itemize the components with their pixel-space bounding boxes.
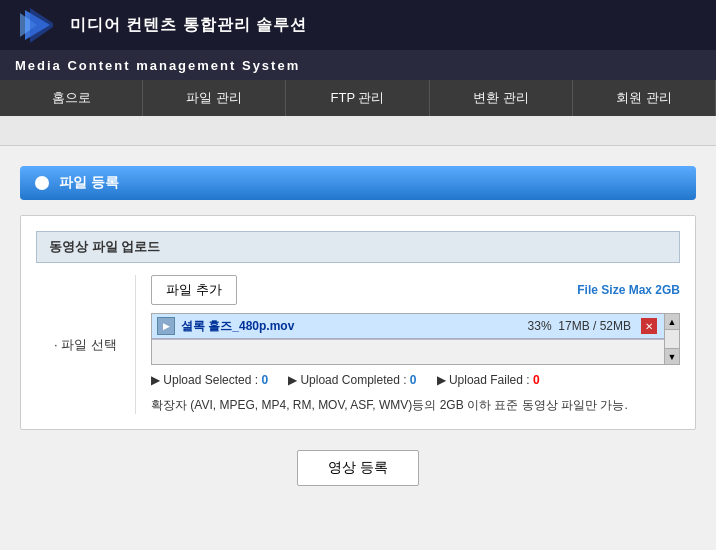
section-title-dot xyxy=(35,176,49,190)
file-select-label: · 파일 선택 xyxy=(36,275,136,414)
upload-box: 동영상 파일 업로드 · 파일 선택 파일 추가 File Size Max 2… xyxy=(20,215,696,430)
main-content: 파일 등록 동영상 파일 업로드 · 파일 선택 파일 추가 File Size… xyxy=(0,146,716,550)
header: 미디어 컨텐츠 통합관리 솔루션 xyxy=(0,0,716,50)
file-size-progress: 17MB / 52MB xyxy=(558,319,631,333)
upload-completed-label: Upload Completed : xyxy=(300,373,409,387)
svg-marker-2 xyxy=(30,8,53,43)
add-file-button[interactable]: 파일 추가 xyxy=(151,275,237,305)
sub-header: Media Content management System xyxy=(0,50,716,80)
submit-area: 영상 등록 xyxy=(20,450,696,486)
file-size-value: 2GB xyxy=(655,283,680,297)
upload-completed-value: 0 xyxy=(410,373,417,387)
file-item: ▶ 셜록 홀즈_480p.mov 33% 17MB / 52MB ✕ xyxy=(152,314,664,339)
breadcrumb-area xyxy=(0,116,716,146)
nav-item-convert[interactable]: 변환 관리 xyxy=(430,80,573,116)
upload-completed-stat: ▶ Upload Completed : 0 xyxy=(288,373,416,387)
scroll-track xyxy=(665,330,679,348)
upload-description: 확장자 (AVI, MPEG, MP4, RM, MOV, ASF, WMV)등… xyxy=(151,397,680,414)
file-size-label: File Size Max xyxy=(577,283,655,297)
arrow-completed-icon: ▶ xyxy=(288,373,297,387)
upload-selected-label: Upload Selected : xyxy=(163,373,261,387)
upload-stats: ▶ Upload Selected : 0 ▶ Upload Completed… xyxy=(151,373,680,387)
file-name: 셜록 홀즈_480p.mov xyxy=(181,318,528,335)
header-title: 미디어 컨텐츠 통합관리 솔루션 xyxy=(70,15,307,36)
nav-item-member[interactable]: 회원 관리 xyxy=(573,80,716,116)
file-list-wrapper: ▶ 셜록 홀즈_480p.mov 33% 17MB / 52MB ✕ ▲ xyxy=(151,313,680,365)
sub-header-title: Media Content management System xyxy=(15,58,300,73)
arrow-failed-icon: ▶ xyxy=(437,373,446,387)
navigation: 홈으로 파일 관리 FTP 관리 변환 관리 회원 관리 xyxy=(0,80,716,116)
file-size-info: File Size Max 2GB xyxy=(577,283,680,297)
upload-top-row: 파일 추가 File Size Max 2GB xyxy=(151,275,680,305)
file-type-icon: ▶ xyxy=(157,317,175,335)
upload-failed-label: Upload Failed : xyxy=(449,373,533,387)
nav-item-ftp[interactable]: FTP 관리 xyxy=(286,80,429,116)
header-logo-icon xyxy=(15,5,60,45)
arrow-selected-icon: ▶ xyxy=(151,373,160,387)
file-list-area: ▶ 셜록 홀즈_480p.mov 33% 17MB / 52MB ✕ xyxy=(151,313,665,365)
upload-failed-stat: ▶ Upload Failed : 0 xyxy=(437,373,540,387)
file-progress: 33% 17MB / 52MB xyxy=(528,319,631,333)
upload-inner: · 파일 선택 파일 추가 File Size Max 2GB ▶ xyxy=(36,275,680,414)
file-percent: 33% xyxy=(528,319,552,333)
upload-failed-value: 0 xyxy=(533,373,540,387)
scroll-down-button[interactable]: ▼ xyxy=(665,348,679,364)
upload-box-title: 동영상 파일 업로드 xyxy=(36,231,680,263)
file-remove-button[interactable]: ✕ xyxy=(641,318,657,334)
upload-selected-value: 0 xyxy=(261,373,268,387)
section-title-text: 파일 등록 xyxy=(59,174,119,192)
section-title-bar: 파일 등록 xyxy=(20,166,696,200)
submit-button[interactable]: 영상 등록 xyxy=(297,450,419,486)
file-list-scrollbar[interactable] xyxy=(152,339,664,364)
nav-item-home[interactable]: 홈으로 xyxy=(0,80,143,116)
file-list-content: ▶ 셜록 홀즈_480p.mov 33% 17MB / 52MB ✕ xyxy=(151,313,665,365)
nav-item-file[interactable]: 파일 관리 xyxy=(143,80,286,116)
upload-controls: 파일 추가 File Size Max 2GB ▶ 셜록 홀즈_480p.mov xyxy=(151,275,680,414)
upload-selected-stat: ▶ Upload Selected : 0 xyxy=(151,373,268,387)
vertical-scrollbar[interactable]: ▲ ▼ xyxy=(664,313,680,365)
scroll-up-button[interactable]: ▲ xyxy=(665,314,679,330)
